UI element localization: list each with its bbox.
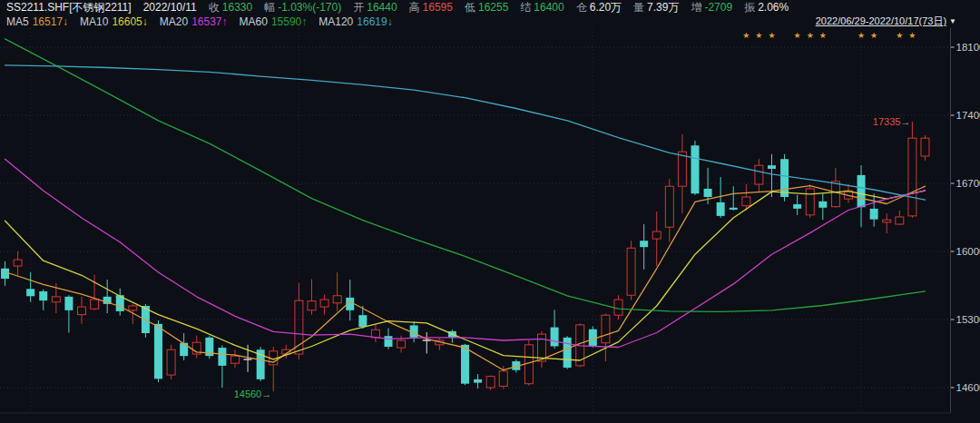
star-marker: ★ <box>807 31 814 40</box>
y-axis-label: 17400 <box>956 110 980 121</box>
candle-21[interactable] <box>270 347 278 391</box>
candle-70[interactable] <box>896 211 904 225</box>
quote-field-value: 16330 <box>222 1 252 15</box>
candlestick-chart[interactable]: 181001740016700160001530014600★★★★★★★★★★… <box>0 0 980 423</box>
candle-44[interactable] <box>564 336 572 369</box>
star-marker: ★ <box>870 31 877 40</box>
candle-body-up <box>614 300 622 315</box>
star-marker: ★ <box>768 31 775 40</box>
candle-5[interactable] <box>64 295 73 332</box>
candle-69[interactable] <box>883 213 891 233</box>
candle-63[interactable] <box>806 184 814 218</box>
candle-2[interactable] <box>26 272 34 302</box>
ma-legend-label: MA5 <box>6 15 29 29</box>
candle-3[interactable] <box>39 290 47 310</box>
candle-body-down <box>589 330 597 346</box>
candle-38[interactable] <box>486 376 495 390</box>
candle-57[interactable] <box>730 186 738 211</box>
quote-field: 仓6.20万 <box>576 1 622 15</box>
quote-field-label: 量 <box>633 1 644 15</box>
candle-72[interactable] <box>921 135 929 161</box>
candle-54[interactable] <box>691 141 699 195</box>
date-range-selector[interactable]: 2022/06/29-2022/10/17(73日) ▼ <box>816 15 956 28</box>
candle-47[interactable] <box>602 314 610 362</box>
ma-legend-value: 16537↑ <box>191 15 227 29</box>
candle-71[interactable] <box>908 122 916 218</box>
ma-legend-value: 16619↓ <box>357 15 392 29</box>
candle-12[interactable] <box>154 320 162 382</box>
candle-66[interactable] <box>844 184 852 202</box>
candle-body-up <box>333 296 341 303</box>
candle-body-up <box>499 371 507 387</box>
candle-65[interactable] <box>831 168 839 208</box>
quote-field-label: 仓 <box>576 1 587 15</box>
quote-field-label: 增 <box>691 1 701 15</box>
candle-27[interactable] <box>346 280 354 320</box>
candle-25[interactable] <box>320 295 328 315</box>
candle-body-up <box>167 349 175 375</box>
candle-0[interactable] <box>1 261 9 286</box>
candle-34[interactable] <box>436 338 444 349</box>
candle-body-up <box>397 340 406 348</box>
y-axis-label: 16700 <box>956 178 980 189</box>
candle-24[interactable] <box>308 280 316 315</box>
candle-29[interactable] <box>371 325 379 342</box>
candle-50[interactable] <box>640 224 648 270</box>
ma-legend-item: MA2016537↑ <box>160 15 228 29</box>
candle-61[interactable] <box>780 154 789 202</box>
candle-10[interactable] <box>129 304 137 324</box>
candle-18[interactable] <box>230 349 239 368</box>
candle-26[interactable] <box>333 272 341 311</box>
candle-body-up <box>678 152 686 186</box>
candle-body-up <box>308 301 316 310</box>
date-range-label[interactable]: 2022/06/29-2022/10/17(73日) <box>816 15 946 28</box>
candle-59[interactable] <box>755 159 763 192</box>
candle-13[interactable] <box>167 345 175 379</box>
candle-15[interactable] <box>192 336 201 359</box>
candle-1[interactable] <box>14 251 22 275</box>
candle-14[interactable] <box>180 333 188 360</box>
ma-legend-label: MA60 <box>240 15 268 29</box>
candle-64[interactable] <box>818 193 827 220</box>
candle-9[interactable] <box>116 289 124 316</box>
candle-62[interactable] <box>793 195 801 215</box>
candle-46[interactable] <box>589 327 597 348</box>
candle-35[interactable] <box>448 330 456 342</box>
candle-6[interactable] <box>77 297 85 324</box>
candle-20[interactable] <box>257 347 265 381</box>
candle-48[interactable] <box>614 295 622 320</box>
quote-date: 2022/10/11 <box>143 1 197 15</box>
quote-field: 低16255 <box>465 1 508 15</box>
candle-33[interactable] <box>423 332 431 354</box>
ma-legend-item: MA1016605↓ <box>80 15 148 29</box>
quote-field-value: -1.03%(-170) <box>278 1 341 15</box>
star-marker: ★ <box>755 31 762 40</box>
quote-field-value: 7.39万 <box>647 1 679 15</box>
candle-53[interactable] <box>678 134 686 213</box>
candle-body-down <box>1 269 9 279</box>
star-marker: ★ <box>896 31 903 40</box>
candle-68[interactable] <box>870 193 878 226</box>
candle-17[interactable] <box>218 345 226 388</box>
annotation-14560: 14560→ <box>234 389 272 399</box>
y-axis-label: 18100 <box>956 42 980 53</box>
candle-body-up <box>77 307 85 315</box>
candle-body-up <box>52 297 60 302</box>
candle-52[interactable] <box>665 179 673 242</box>
candle-body-down <box>154 324 162 379</box>
candle-body-down <box>768 165 776 169</box>
candle-37[interactable] <box>474 374 482 389</box>
candle-43[interactable] <box>551 310 559 349</box>
candle-body-up <box>652 231 661 239</box>
candle-49[interactable] <box>627 241 635 300</box>
candle-51[interactable] <box>652 212 661 266</box>
candle-42[interactable] <box>537 331 545 368</box>
candle-16[interactable] <box>205 336 213 359</box>
quote-field-value: 2.06% <box>758 1 789 15</box>
ma-legend-value: 16517↓ <box>33 15 68 29</box>
quote-field: 增-2709 <box>691 1 732 15</box>
quote-field: 量7.39万 <box>633 1 679 15</box>
candle-body-down <box>818 202 827 208</box>
candle-67[interactable] <box>858 165 866 227</box>
candle-8[interactable] <box>103 280 112 313</box>
